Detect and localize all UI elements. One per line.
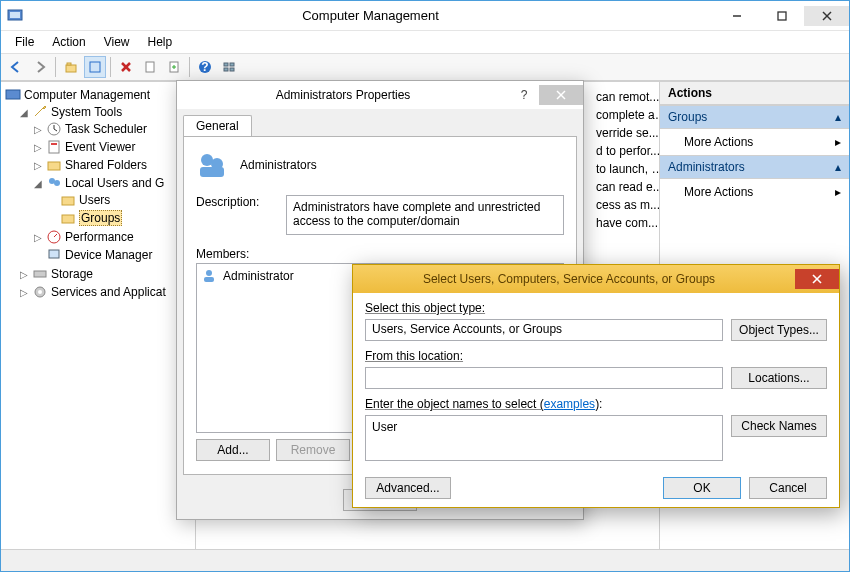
tree-users[interactable]: Users <box>45 192 193 208</box>
separator <box>189 57 190 77</box>
statusbar <box>1 549 849 571</box>
help-button[interactable]: ? <box>509 88 539 102</box>
minimize-button[interactable] <box>714 6 759 26</box>
tree[interactable]: Computer Management ◢System Tools ▷Task … <box>3 86 193 302</box>
ok-button[interactable]: OK <box>663 477 741 499</box>
svg-rect-17 <box>224 68 228 71</box>
locations-button[interactable]: Locations... <box>731 367 827 389</box>
tab-general[interactable]: General <box>183 115 252 136</box>
svg-rect-3 <box>778 12 786 20</box>
services-icon <box>32 284 48 300</box>
svg-rect-18 <box>230 68 234 71</box>
list-item[interactable]: can remot... <box>592 88 659 106</box>
location-field[interactable] <box>365 367 723 389</box>
tree-root[interactable]: Computer Management <box>3 87 193 103</box>
up-button[interactable] <box>60 56 82 78</box>
svg-point-38 <box>206 270 212 276</box>
menu-view[interactable]: View <box>96 33 138 51</box>
users-icon <box>46 175 62 191</box>
svg-rect-37 <box>200 167 224 177</box>
svg-point-32 <box>38 290 42 294</box>
collapse-icon: ▴ <box>835 110 841 124</box>
tree-shared-folders[interactable]: ▷Shared Folders <box>31 157 193 173</box>
list-item[interactable]: cess as m... <box>592 196 659 214</box>
tree-services[interactable]: ▷Services and Applicat <box>17 284 193 300</box>
list-item[interactable]: complete an... <box>592 106 659 124</box>
window-title: Computer Management <box>27 8 714 23</box>
object-type-field[interactable]: Users, Service Accounts, or Groups <box>365 319 723 341</box>
menubar: File Action View Help <box>1 31 849 53</box>
back-button[interactable] <box>5 56 27 78</box>
more-actions-groups[interactable]: More Actions ▸ <box>660 129 849 155</box>
svg-rect-6 <box>66 65 76 72</box>
tree-performance[interactable]: ▷Performance <box>31 229 193 245</box>
description-field[interactable]: Administrators have complete and unrestr… <box>286 195 564 235</box>
object-types-button[interactable]: Object Types... <box>731 319 827 341</box>
view-button[interactable] <box>218 56 240 78</box>
user-icon <box>201 268 217 284</box>
maximize-button[interactable] <box>759 6 804 26</box>
tree-event-viewer[interactable]: ▷Event Viewer <box>31 139 193 155</box>
close-button[interactable] <box>795 269 839 289</box>
forward-button[interactable] <box>29 56 51 78</box>
tree-local-users-groups[interactable]: ◢Local Users and G <box>31 175 193 191</box>
export-button[interactable] <box>163 56 185 78</box>
select-body: Select this object type: Users, Service … <box>353 293 839 469</box>
check-names-button[interactable]: Check Names <box>731 415 827 437</box>
tree-groups[interactable]: Groups <box>45 210 193 226</box>
svg-rect-8 <box>90 62 100 72</box>
tree-device-manager[interactable]: Device Manager <box>31 247 193 263</box>
svg-rect-7 <box>67 63 71 65</box>
svg-rect-16 <box>230 63 234 66</box>
properties-button[interactable] <box>84 56 106 78</box>
separator <box>55 57 56 77</box>
examples-link[interactable]: examples <box>544 397 595 411</box>
more-actions-administrators[interactable]: More Actions ▸ <box>660 179 849 205</box>
list-item[interactable]: d to perfor... <box>592 142 659 160</box>
actions-group-administrators[interactable]: Administrators ▴ <box>660 155 849 179</box>
tree-storage[interactable]: ▷Storage <box>17 266 193 282</box>
names-label: Enter the object names to select ( <box>365 397 544 411</box>
svg-rect-23 <box>48 162 60 170</box>
cancel-button[interactable]: Cancel <box>749 477 827 499</box>
svg-rect-27 <box>62 215 74 223</box>
performance-icon <box>46 229 62 245</box>
tabstrip: General <box>177 109 583 136</box>
svg-rect-26 <box>62 197 74 205</box>
tree-system-tools[interactable]: ◢System Tools <box>17 104 193 120</box>
help-button[interactable]: ? <box>194 56 216 78</box>
properties-titlebar: Administrators Properties ? <box>177 81 583 109</box>
refresh-button[interactable] <box>139 56 161 78</box>
remove-button[interactable]: Remove <box>276 439 350 461</box>
list-item[interactable]: verride se... <box>592 124 659 142</box>
close-button[interactable] <box>804 6 849 26</box>
object-type-label: Select this object type: <box>365 301 827 315</box>
advanced-button[interactable]: Advanced... <box>365 477 451 499</box>
chevron-right-icon: ▸ <box>835 135 841 149</box>
folder-icon <box>46 157 62 173</box>
tree-pane: Computer Management ◢System Tools ▷Task … <box>1 82 196 549</box>
menu-help[interactable]: Help <box>140 33 181 51</box>
menu-action[interactable]: Action <box>44 33 93 51</box>
location-label: From this location: <box>365 349 827 363</box>
object-names-field[interactable]: User <box>365 415 723 461</box>
close-button[interactable] <box>539 85 583 105</box>
window-controls <box>714 6 849 26</box>
svg-rect-29 <box>49 250 59 258</box>
add-button[interactable]: Add... <box>196 439 270 461</box>
tree-task-scheduler[interactable]: ▷Task Scheduler <box>31 121 193 137</box>
separator <box>110 57 111 77</box>
computer-icon <box>5 87 21 103</box>
menu-file[interactable]: File <box>7 33 42 51</box>
storage-icon <box>32 266 48 282</box>
toolbar: ? <box>1 53 849 81</box>
list-item[interactable]: have com... <box>592 214 659 232</box>
list-item[interactable]: to launch, a... <box>592 160 659 178</box>
delete-button[interactable] <box>115 56 137 78</box>
svg-text:?: ? <box>201 60 208 74</box>
actions-header: Actions <box>660 82 849 105</box>
device-icon <box>46 247 62 263</box>
description-column: can remot... complete an... verride se..… <box>592 88 659 232</box>
actions-group-groups[interactable]: Groups ▴ <box>660 105 849 129</box>
list-item[interactable]: can read e... <box>592 178 659 196</box>
